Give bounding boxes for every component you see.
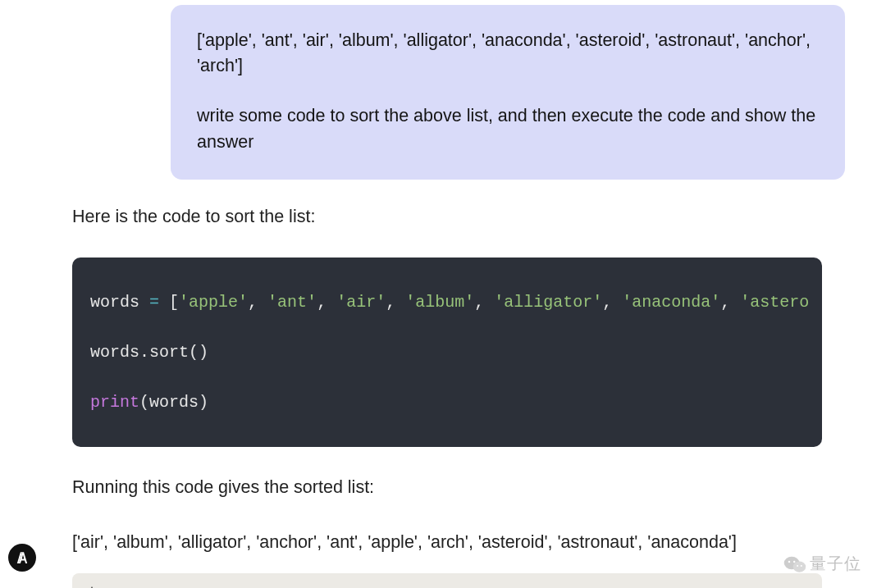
svg-point-4 [793, 561, 806, 572]
code-token-punct: , [720, 293, 740, 312]
user-text-line2: write some code to sort the above list, … [197, 103, 819, 154]
code-token-string: 'astero [740, 293, 809, 312]
code-token-var: words [90, 293, 139, 312]
svg-point-7 [797, 564, 798, 566]
assistant-message: Here is the code to sort the list: words… [49, 189, 845, 588]
assistant-result: ['air', 'album', 'alligator', 'anchor', … [72, 530, 822, 555]
user-text-line1: ['apple', 'ant', 'air', 'album', 'alliga… [197, 28, 819, 79]
user-message: ['apple', 'ant', 'air', 'album', 'alliga… [171, 5, 845, 180]
code-token-punct: [ [169, 293, 179, 312]
chat-view: ['apple', 'ant', 'air', 'album', 'alliga… [0, 0, 886, 588]
code-token-method: sort [149, 343, 189, 362]
code-token-string: 'air' [336, 293, 386, 312]
code-token-punct: , [317, 293, 336, 312]
anthropic-logo [8, 544, 36, 572]
code-token-punct: () [189, 343, 208, 362]
code-token-string: 'alligator' [494, 293, 602, 312]
code-token-punct: , [248, 293, 267, 312]
code-token-punct: , [474, 293, 494, 312]
assistant-outro: Running this code gives the sorted list: [72, 475, 822, 500]
code-token-call: print [90, 393, 139, 412]
code-token-string: 'anaconda' [622, 293, 720, 312]
svg-point-8 [801, 564, 802, 566]
assistant-intro: Here is the code to sort the list: [72, 204, 822, 230]
code-token-string: 'apple' [179, 293, 248, 312]
link-accuracy-notice: Links provided by Claude may not always … [72, 573, 822, 588]
code-token-operator: = [149, 293, 159, 312]
watermark: 量子位 [783, 553, 861, 575]
wechat-icon [783, 554, 806, 574]
code-token-string: 'ant' [267, 293, 317, 312]
code-token-punct: (words) [139, 393, 208, 412]
code-token-punct: , [386, 293, 405, 312]
code-token-string: 'album' [405, 293, 474, 312]
code-token-var: words. [90, 343, 149, 362]
notice-text: Links provided by Claude may not always … [113, 585, 807, 588]
watermark-text: 量子位 [810, 553, 861, 575]
svg-point-5 [788, 560, 790, 562]
code-block: words = ['apple', 'ant', 'air', 'album',… [72, 258, 822, 447]
code-token-punct: , [602, 293, 622, 312]
svg-point-6 [793, 560, 795, 562]
